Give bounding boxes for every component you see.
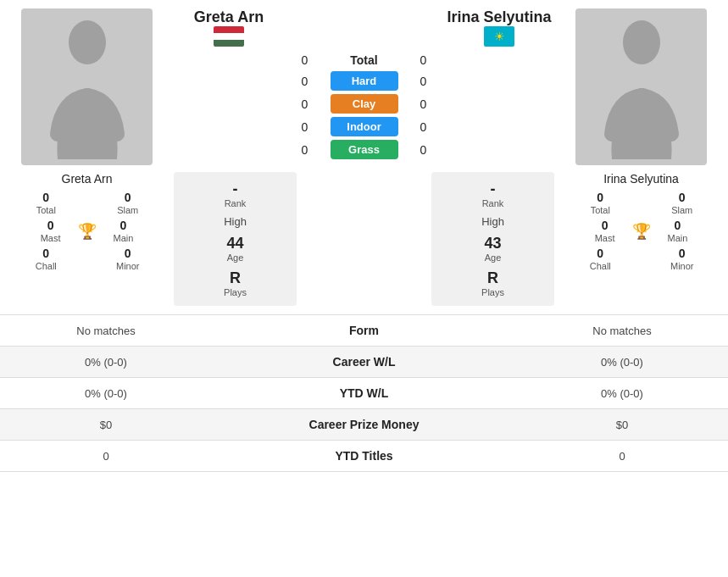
left-stat-total: 0 Total [8, 191, 84, 216]
left-bottom-stats: 0 Chall 0 Minor [8, 247, 165, 272]
clay-surface-btn[interactable]: Clay [331, 94, 398, 114]
left-plays-item: R Plays [186, 269, 284, 297]
left-stat-slam: 0 Slam [91, 191, 166, 216]
right-player-stats: 0 Total 0 Slam [563, 191, 720, 216]
left-player-section: Greta Arn 0 Total 0 Slam 0 Mast 🏆 0 [8, 8, 165, 306]
left-trophy-icon: 🏆 [78, 222, 97, 241]
form-label: Form [199, 324, 529, 337]
left-player-name: Greta Arn [62, 172, 113, 186]
right-stat-total: 0 Total [563, 191, 638, 216]
career-wl-row: 0% (0-0) Career W/L 0% (0-0) [0, 347, 728, 378]
hard-surface-btn[interactable]: Hard [331, 71, 398, 91]
ytd-wl-row: 0% (0-0) YTD W/L 0% (0-0) [0, 378, 728, 409]
right-career-wl: 0% (0-0) [529, 356, 715, 369]
left-flag [214, 26, 244, 47]
svg-point-0 [69, 20, 106, 64]
left-stat-minor: 0 Minor [91, 247, 166, 272]
right-ytd-titles: 0 [529, 450, 715, 463]
left-career-wl: 0% (0-0) [13, 356, 199, 369]
left-hard-score: 0 [292, 75, 318, 88]
career-prize-row: $0 Career Prize Money $0 [0, 409, 728, 441]
left-ytd-wl: 0% (0-0) [13, 387, 199, 400]
right-player-name-header: Irina Selyutina [447, 8, 551, 26]
right-clay-score: 0 [411, 97, 436, 111]
left-avatar [21, 8, 153, 165]
total-label: Total [331, 53, 398, 67]
right-stat-mast: 0 Mast [595, 219, 615, 244]
right-player-section: Irina Selyutina 0 Total 0 Slam 0 Mast 🏆 [563, 8, 720, 306]
right-hard-score: 0 [411, 75, 436, 88]
left-career-prize: $0 [13, 419, 199, 431]
right-trophy-row: 0 Mast 🏆 0 Main [595, 219, 688, 244]
left-age-item: 44 Age [186, 235, 284, 263]
left-rank-item: - Rank [186, 180, 284, 208]
right-player-name: Irina Selyutina [603, 172, 679, 186]
right-bottom-stats: 0 Chall 0 Minor [563, 247, 720, 272]
hard-score-row: 0 Hard 0 [165, 71, 563, 91]
left-grass-score: 0 [292, 143, 318, 157]
left-stat-chall: 0 Chall [8, 247, 84, 272]
right-stats-card: - Rank High 43 Age R Plays [431, 172, 554, 306]
right-career-prize: $0 [529, 419, 715, 431]
left-player-stats: 0 Total 0 Slam [8, 191, 165, 216]
right-silhouette [599, 15, 684, 159]
right-plays-item: R Plays [444, 269, 542, 297]
right-stat-chall: 0 Chall [563, 247, 638, 272]
left-form: No matches [13, 325, 199, 337]
left-stat-mast: 0 Mast [41, 219, 61, 244]
left-ytd-titles: 0 [13, 450, 199, 463]
left-player-name-header: Greta Arn [194, 8, 264, 26]
right-stat-minor: 0 Minor [645, 247, 720, 272]
ytd-wl-label: YTD W/L [199, 386, 529, 400]
left-name-header: Greta Arn [169, 8, 288, 47]
names-flags-row: Greta Arn Irina Selyutina [165, 8, 563, 47]
svg-point-1 [623, 20, 660, 64]
right-trophy-icon: 🏆 [632, 222, 651, 241]
left-high-item: High [186, 215, 284, 228]
right-stat-slam: 0 Slam [645, 191, 720, 216]
right-high-item: High [444, 215, 542, 228]
right-ytd-wl: 0% (0-0) [529, 387, 715, 400]
right-age-item: 43 Age [444, 235, 542, 263]
left-stats-card: - Rank High 44 Age R Plays [174, 172, 297, 306]
left-total-score: 0 [292, 53, 318, 67]
clay-score-row: 0 Clay 0 [165, 94, 563, 114]
grass-surface-btn[interactable]: Grass [331, 140, 398, 159]
grass-score-row: 0 Grass 0 [165, 140, 563, 159]
right-avatar [575, 8, 707, 165]
career-wl-label: Career W/L [199, 355, 529, 369]
top-row: Greta Arn 0 Total 0 Slam 0 Mast 🏆 0 [0, 0, 728, 306]
indoor-score-row: 0 Indoor 0 [165, 117, 563, 136]
ytd-titles-row: 0 YTD Titles 0 [0, 441, 728, 472]
right-rank-item: - Rank [444, 180, 542, 208]
right-grass-score: 0 [411, 143, 436, 157]
right-stat-main: 0 Main [668, 219, 688, 244]
left-clay-score: 0 [292, 97, 318, 111]
bottom-stats: No matches Form No matches 0% (0-0) Care… [0, 314, 728, 472]
left-stat-main: 0 Main [114, 219, 134, 244]
stats-cards-row: - Rank High 44 Age R Plays [165, 164, 563, 306]
left-silhouette [45, 15, 130, 159]
surface-scores: 0 Hard 0 0 Clay 0 0 Indoor 0 0 Grass [165, 67, 563, 164]
career-prize-label: Career Prize Money [199, 418, 529, 431]
indoor-surface-btn[interactable]: Indoor [331, 117, 398, 136]
center-section: Greta Arn Irina Selyutina 0 Total 0 0 Ha… [165, 8, 563, 306]
right-name-header: Irina Selyutina [440, 8, 559, 47]
right-total-score: 0 [411, 53, 436, 67]
ytd-titles-label: YTD Titles [199, 449, 529, 463]
right-flag [484, 26, 514, 47]
total-score-row: 0 Total 0 [165, 53, 563, 67]
form-row: No matches Form No matches [0, 315, 728, 347]
left-indoor-score: 0 [292, 120, 318, 134]
right-indoor-score: 0 [411, 120, 436, 134]
main-container: Greta Arn 0 Total 0 Slam 0 Mast 🏆 0 [0, 0, 728, 472]
right-form: No matches [529, 325, 715, 337]
left-trophy-row: 0 Mast 🏆 0 Main [41, 219, 134, 244]
